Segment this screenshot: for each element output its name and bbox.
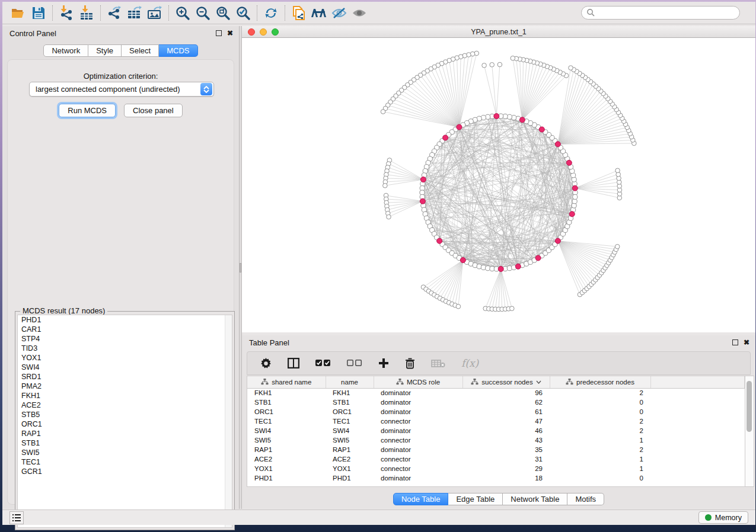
- memory-button[interactable]: Memory: [698, 511, 748, 524]
- mcds-hub-node[interactable]: [569, 211, 575, 217]
- close-panel-icon[interactable]: ✖: [227, 30, 233, 36]
- network-view[interactable]: [242, 38, 755, 332]
- table-row[interactable]: STB1STB1dominator620: [247, 398, 745, 407]
- cell-mcds_role[interactable]: dominator: [374, 445, 462, 454]
- cell-predecessor[interactable]: 2: [550, 416, 650, 426]
- cell-name[interactable]: RAP1: [326, 445, 374, 454]
- optimization-criterion-select[interactable]: largest connected component (undirected): [29, 82, 214, 97]
- leaf-node[interactable]: [569, 66, 573, 70]
- cell-name[interactable]: PHD1: [326, 473, 374, 483]
- cell-mcds_role[interactable]: connector: [374, 464, 462, 473]
- hide-selected-icon[interactable]: [329, 4, 349, 22]
- mcds-hub-node[interactable]: [555, 238, 560, 243]
- column-header-name[interactable]: name: [326, 376, 374, 388]
- cell-mcds_role[interactable]: connector: [374, 416, 462, 426]
- cell-successor[interactable]: 18: [462, 473, 550, 483]
- mcds-node[interactable]: GCR1: [18, 467, 232, 476]
- tab-mcds[interactable]: MCDS: [159, 44, 197, 57]
- mcds-hub-node[interactable]: [539, 127, 544, 132]
- cell-mcds_role[interactable]: dominator: [374, 388, 462, 398]
- tab-select[interactable]: Select: [122, 44, 159, 57]
- first-neighbors-icon[interactable]: [309, 4, 329, 22]
- deselect-all-icon[interactable]: [347, 360, 362, 367]
- import-table-icon[interactable]: [76, 4, 97, 22]
- zoom-selected-icon[interactable]: [233, 4, 253, 22]
- close-panel-icon[interactable]: ✖: [744, 339, 749, 345]
- mcds-node[interactable]: SRD1: [18, 372, 232, 382]
- leaf-node[interactable]: [615, 168, 620, 173]
- cell-shared_name[interactable]: FKH1: [247, 388, 326, 398]
- mcds-hub-node[interactable]: [437, 238, 442, 243]
- cell-successor[interactable]: 96: [462, 388, 550, 398]
- zoom-out-icon[interactable]: [193, 4, 213, 22]
- mcds-node[interactable]: CAR1: [18, 325, 232, 334]
- mcds-node[interactable]: RAP1: [18, 429, 232, 438]
- run-mcds-button[interactable]: Run MCDS: [59, 104, 116, 117]
- cell-successor[interactable]: 62: [462, 398, 550, 407]
- mcds-hub-node[interactable]: [460, 258, 465, 263]
- zoom-fit-icon[interactable]: [213, 4, 233, 22]
- cell-predecessor[interactable]: 0: [550, 407, 650, 416]
- cell-name[interactable]: STB1: [326, 398, 374, 407]
- column-visibility-icon[interactable]: [288, 358, 299, 368]
- cell-mcds_role[interactable]: connector: [374, 435, 462, 445]
- mcds-hub-node[interactable]: [515, 264, 521, 269]
- mcds-node[interactable]: STB1: [18, 438, 232, 448]
- mcds-node[interactable]: PMA2: [18, 382, 232, 391]
- leaf-node[interactable]: [482, 63, 487, 68]
- tab-node-table[interactable]: Node Table: [393, 493, 449, 505]
- task-history-icon[interactable]: [9, 511, 24, 524]
- leaf-node[interactable]: [497, 62, 502, 67]
- mcds-node[interactable]: YOX1: [18, 353, 232, 363]
- table-row[interactable]: TEC1TEC1connector472: [247, 416, 745, 426]
- mcds-node[interactable]: STP4: [18, 334, 232, 344]
- cell-name[interactable]: FKH1: [326, 388, 374, 398]
- cell-mcds_role[interactable]: dominator: [374, 473, 462, 483]
- mcds-node[interactable]: TEC1: [18, 457, 232, 467]
- tab-edge-table[interactable]: Edge Table: [448, 493, 503, 505]
- table-row[interactable]: PHD1PHD1dominator180: [247, 473, 745, 483]
- cell-mcds_role[interactable]: dominator: [374, 426, 462, 435]
- mcds-hub-node[interactable]: [572, 185, 578, 191]
- table-row[interactable]: SWI4SWI4dominator462: [247, 426, 745, 435]
- ring-node[interactable]: [573, 194, 578, 199]
- cell-successor[interactable]: 29: [462, 464, 550, 473]
- mcds-node[interactable]: SWI4: [18, 363, 232, 372]
- mcds-hub-node[interactable]: [555, 142, 560, 147]
- cell-shared_name[interactable]: YOX1: [247, 464, 326, 473]
- mcds-node[interactable]: ACE2: [18, 400, 232, 410]
- mcds-hub-node[interactable]: [535, 255, 541, 261]
- cell-predecessor[interactable]: 0: [550, 398, 650, 407]
- table-row[interactable]: RAP1RAP1dominator352: [247, 445, 745, 454]
- mcds-hub-node[interactable]: [420, 198, 425, 204]
- cell-name[interactable]: SWI4: [326, 426, 374, 435]
- export-image-icon[interactable]: [145, 4, 165, 22]
- cell-mcds_role[interactable]: connector: [374, 454, 462, 464]
- cell-successor[interactable]: 31: [462, 454, 550, 464]
- column-header-successor-nodes[interactable]: successor nodes: [462, 376, 550, 388]
- mcds-hub-node[interactable]: [498, 266, 503, 271]
- tab-style[interactable]: Style: [88, 44, 122, 57]
- cell-shared_name[interactable]: PHD1: [247, 473, 326, 483]
- float-panel-icon[interactable]: [216, 30, 222, 36]
- refresh-icon[interactable]: [261, 4, 281, 22]
- leaf-node[interactable]: [510, 306, 515, 311]
- export-table-icon[interactable]: [125, 4, 145, 22]
- cell-name[interactable]: TEC1: [326, 416, 374, 426]
- cell-predecessor[interactable]: 2: [550, 388, 650, 398]
- mcds-hub-node[interactable]: [519, 117, 525, 123]
- column-header-mcds-role[interactable]: MCDS role: [374, 376, 462, 388]
- leaf-node[interactable]: [511, 56, 515, 60]
- table-row[interactable]: FKH1FKH1dominator962: [247, 388, 745, 398]
- cell-shared_name[interactable]: SWI5: [247, 435, 326, 445]
- cell-shared_name[interactable]: RAP1: [247, 445, 326, 454]
- cell-shared_name[interactable]: STB1: [247, 398, 326, 407]
- mcds-hub-node[interactable]: [457, 124, 462, 130]
- cell-predecessor[interactable]: 1: [550, 454, 650, 464]
- open-file-icon[interactable]: [8, 4, 28, 22]
- cell-predecessor[interactable]: 1: [550, 435, 650, 445]
- float-panel-icon[interactable]: [732, 339, 738, 345]
- leaf-node[interactable]: [383, 183, 388, 188]
- tab-network[interactable]: Network: [43, 44, 88, 57]
- cell-successor[interactable]: 35: [462, 445, 550, 454]
